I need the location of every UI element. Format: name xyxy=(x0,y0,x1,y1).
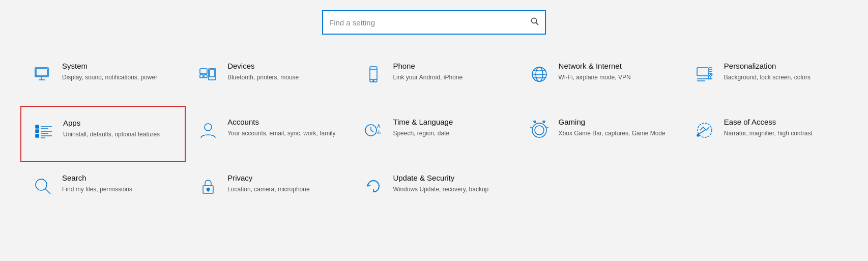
setting-title-apps: Apps xyxy=(63,118,160,128)
devices-icon xyxy=(196,62,220,86)
svg-line-1 xyxy=(536,23,539,25)
setting-item-network[interactable]: Network & Internet Wi-Fi, airplane mode,… xyxy=(517,50,682,106)
svg-point-42 xyxy=(532,123,546,137)
apps-icon xyxy=(32,119,56,143)
svg-point-53 xyxy=(36,179,47,190)
setting-text-phone: Phone Link your Android, iPhone xyxy=(393,61,462,81)
setting-title-system: System xyxy=(62,61,157,71)
setting-text-accounts: Accounts Your accounts, email, sync, wor… xyxy=(227,117,335,137)
setting-title-accounts: Accounts xyxy=(227,117,335,127)
setting-item-ease[interactable]: Ease of Access Narrator, magnifier, high… xyxy=(682,106,848,162)
setting-subtitle-accounts: Your accounts, email, sync, work, family xyxy=(227,129,335,138)
setting-subtitle-time: Speech, region, date xyxy=(393,129,453,138)
setting-subtitle-privacy: Location, camera, microphone xyxy=(227,185,309,194)
setting-subtitle-gaming: Xbox Game Bar, captures, Game Mode xyxy=(559,129,666,138)
system-icon xyxy=(31,62,55,86)
setting-item-apps[interactable]: Apps Uninstall, defaults, optional featu… xyxy=(20,106,186,162)
setting-subtitle-ease: Narrator, magnifier, high contrast xyxy=(724,129,813,138)
setting-item-empty xyxy=(517,162,682,218)
svg-point-14 xyxy=(373,80,374,81)
setting-subtitle-personalization: Background, lock screen, colors xyxy=(724,73,811,82)
svg-rect-20 xyxy=(697,68,708,76)
search-bar-container xyxy=(20,10,848,35)
svg-rect-8 xyxy=(204,75,207,78)
svg-rect-7 xyxy=(200,75,203,78)
accounts-icon xyxy=(196,118,220,142)
phone-icon xyxy=(361,62,386,86)
setting-subtitle-search: Find my files, permissions xyxy=(62,185,132,194)
setting-item-privacy[interactable]: Privacy Location, camera, microphone xyxy=(186,162,351,218)
setting-title-update: Update & Security xyxy=(393,173,488,183)
setting-text-privacy: Privacy Location, camera, microphone xyxy=(227,173,309,193)
setting-subtitle-devices: Bluetooth, printers, mouse xyxy=(227,73,299,82)
setting-title-personalization: Personalization xyxy=(724,61,811,71)
setting-text-devices: Devices Bluetooth, printers, mouse xyxy=(227,61,299,81)
ease-icon xyxy=(692,118,717,142)
time-icon: A あ xyxy=(361,118,386,142)
svg-point-36 xyxy=(205,124,212,131)
svg-line-54 xyxy=(45,189,50,194)
setting-item-time[interactable]: A あ Time & Language Speech, region, date xyxy=(351,106,516,162)
svg-rect-29 xyxy=(36,134,39,137)
svg-rect-6 xyxy=(200,69,207,74)
setting-item-accounts[interactable]: Accounts Your accounts, email, sync, wor… xyxy=(186,106,351,162)
setting-text-gaming: Gaming Xbox Game Bar, captures, Game Mod… xyxy=(559,117,666,137)
setting-text-personalization: Personalization Background, lock screen,… xyxy=(724,61,811,81)
svg-point-43 xyxy=(535,126,544,135)
setting-title-devices: Devices xyxy=(227,61,299,71)
setting-text-search: Search Find my files, permissions xyxy=(62,173,132,193)
setting-title-network: Network & Internet xyxy=(559,61,631,71)
svg-point-52 xyxy=(697,134,699,136)
setting-item-update[interactable]: Update & Security Windows Update, recove… xyxy=(351,162,516,218)
svg-rect-5 xyxy=(36,69,47,76)
setting-text-system: System Display, sound, notifications, po… xyxy=(62,61,157,81)
setting-item-phone[interactable]: Phone Link your Android, iPhone xyxy=(351,50,516,106)
setting-title-privacy: Privacy xyxy=(227,173,309,183)
svg-rect-27 xyxy=(36,125,39,128)
svg-text:あ: あ xyxy=(377,130,381,134)
setting-title-time: Time & Language xyxy=(393,117,453,127)
svg-rect-10 xyxy=(210,70,215,77)
svg-point-0 xyxy=(532,18,537,23)
setting-item-gaming[interactable]: Gaming Xbox Game Bar, captures, Game Mod… xyxy=(517,106,682,162)
search-input[interactable] xyxy=(329,18,531,27)
setting-subtitle-phone: Link your Android, iPhone xyxy=(393,73,462,82)
setting-item-devices[interactable]: Devices Bluetooth, printers, mouse xyxy=(186,50,351,106)
setting-text-time: Time & Language Speech, region, date xyxy=(393,117,453,137)
svg-rect-28 xyxy=(36,130,39,133)
svg-point-56 xyxy=(207,188,210,191)
setting-text-network: Network & Internet Wi-Fi, airplane mode,… xyxy=(559,61,631,81)
search-icon xyxy=(531,17,539,27)
setting-title-search: Search xyxy=(62,173,132,183)
search-bar xyxy=(322,10,546,35)
personalization-icon xyxy=(692,62,717,86)
search-icon xyxy=(31,174,55,198)
setting-subtitle-apps: Uninstall, defaults, optional features xyxy=(63,130,160,139)
setting-item-search[interactable]: Search Find my files, permissions xyxy=(20,162,186,218)
update-icon xyxy=(361,174,386,198)
svg-text:A: A xyxy=(377,124,381,129)
setting-item-system[interactable]: System Display, sound, notifications, po… xyxy=(20,50,186,106)
svg-line-39 xyxy=(371,130,373,132)
setting-title-ease: Ease of Access xyxy=(724,117,813,127)
setting-text-update: Update & Security Windows Update, recove… xyxy=(393,173,488,193)
setting-text-ease: Ease of Access Narrator, magnifier, high… xyxy=(724,117,813,137)
setting-item-empty xyxy=(682,162,848,218)
privacy-icon xyxy=(196,174,220,198)
setting-subtitle-update: Windows Update, recovery, backup xyxy=(393,185,488,194)
setting-item-personalization[interactable]: Personalization Background, lock screen,… xyxy=(682,50,848,106)
setting-title-gaming: Gaming xyxy=(559,117,666,127)
setting-text-apps: Apps Uninstall, defaults, optional featu… xyxy=(63,118,160,138)
setting-subtitle-system: Display, sound, notifications, power xyxy=(62,73,157,82)
gaming-icon xyxy=(527,118,552,142)
setting-subtitle-network: Wi-Fi, airplane mode, VPN xyxy=(559,73,631,82)
network-icon xyxy=(527,62,552,86)
settings-grid: System Display, sound, notifications, po… xyxy=(20,50,848,218)
setting-title-phone: Phone xyxy=(393,61,462,71)
